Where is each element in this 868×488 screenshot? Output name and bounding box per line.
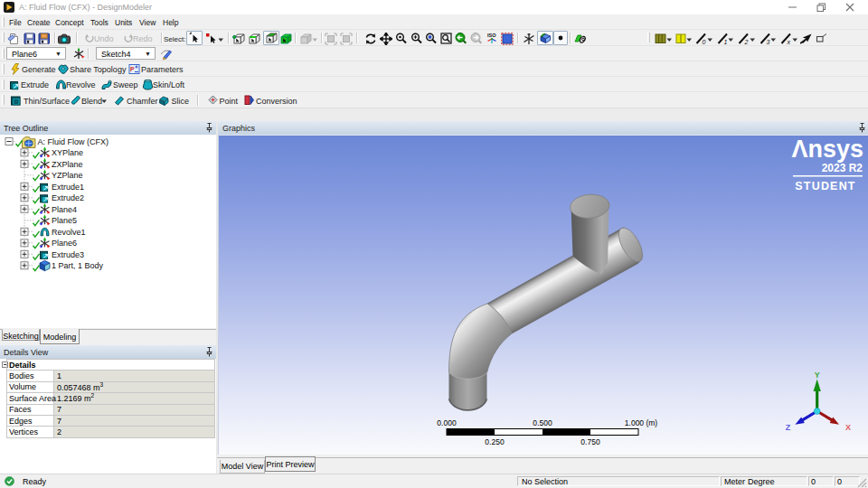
- svg-text:Plane6: Plane6: [52, 239, 77, 248]
- svg-text:Plane4: Plane4: [52, 205, 77, 214]
- svg-text:STUDENT: STUDENT: [795, 180, 855, 192]
- svg-text:Extrude3: Extrude3: [52, 250, 84, 259]
- svg-text:1: 1: [723, 39, 727, 45]
- svg-text:3: 3: [766, 39, 769, 45]
- svg-text:Z: Z: [786, 423, 791, 432]
- svg-text:1.000 (m): 1.000 (m): [625, 418, 658, 427]
- svg-text:0.000: 0.000: [437, 418, 457, 427]
- svg-text:YZPlane: YZPlane: [52, 171, 83, 180]
- svg-text:x: x: [787, 39, 791, 45]
- svg-text:Revolve1: Revolve1: [52, 228, 86, 237]
- svg-text:1 Part, 1 Body: 1 Part, 1 Body: [52, 261, 104, 270]
- svg-text:Y: Y: [815, 371, 820, 380]
- svg-text:2: 2: [744, 39, 749, 45]
- svg-text:2023 R2: 2023 R2: [822, 162, 863, 174]
- svg-text:XYPlane: XYPlane: [52, 148, 83, 157]
- svg-text:ZXPlane: ZXPlane: [52, 160, 83, 169]
- svg-text:0.750: 0.750: [580, 437, 600, 446]
- svg-text:X: X: [845, 423, 851, 432]
- svg-text:0.500: 0.500: [533, 418, 552, 427]
- svg-text:0.250: 0.250: [485, 437, 505, 446]
- svg-text:0: 0: [703, 39, 706, 45]
- svg-text:Extrude2: Extrude2: [52, 193, 84, 202]
- svg-text:Λnsys: Λnsys: [791, 136, 863, 163]
- svg-text:Extrude1: Extrude1: [52, 183, 84, 192]
- svg-text:Plane5: Plane5: [52, 216, 77, 225]
- svg-text:A: Fluid Flow (CFX): A: Fluid Flow (CFX): [38, 137, 109, 146]
